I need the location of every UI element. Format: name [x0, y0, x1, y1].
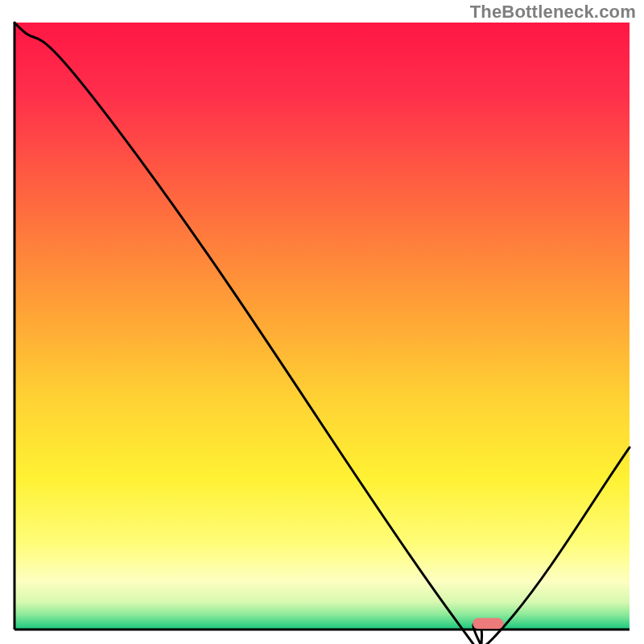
chart-canvas [0, 0, 644, 644]
watermark-text: TheBottleneck.com [470, 2, 636, 23]
current-point-marker [473, 618, 503, 630]
bottleneck-chart: TheBottleneck.com [0, 0, 644, 644]
